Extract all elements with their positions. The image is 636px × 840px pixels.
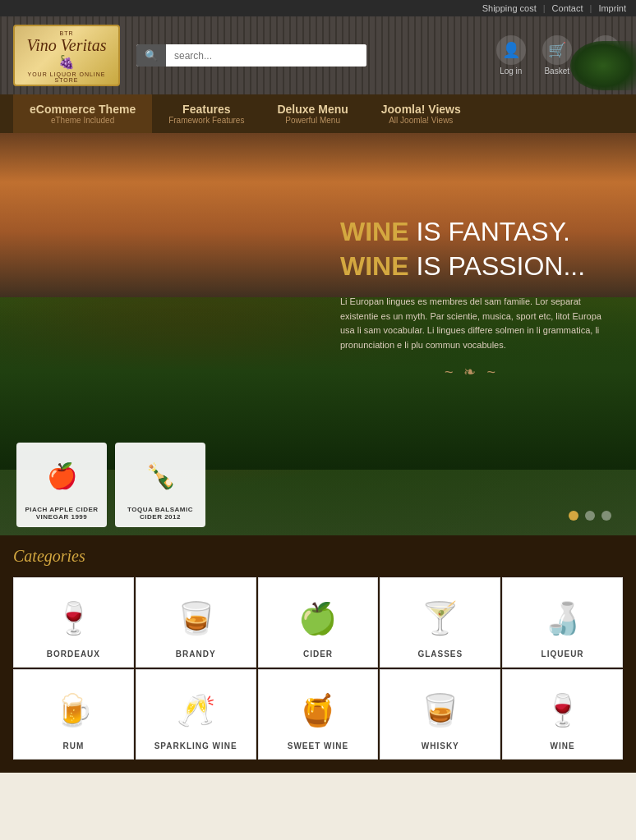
- nav-deluxe-sub: Powerful Menu: [285, 116, 340, 125]
- nav-features-label: Features: [182, 103, 230, 116]
- categories-row1: 🍷 BORDEAUX 🥃 BRANDY 🍏 CIDER 🍸 GLASSES 🍶 …: [13, 577, 623, 668]
- nav: eCommerce Theme eTheme Included Features…: [0, 94, 636, 133]
- top-bar: Shipping cost | Contact | Imprint: [0, 0, 636, 16]
- brandy-label: BRANDY: [176, 650, 216, 659]
- sweet-label: SWEET WINE: [288, 741, 348, 750]
- hero-product-2[interactable]: 🍾 TOQUA BALSAMIC CIDER 2012: [115, 443, 205, 527]
- category-sweet[interactable]: 🍯 SWEET WINE: [258, 669, 379, 760]
- bordeaux-image: 🍷: [54, 591, 93, 645]
- nav-ecommerce-sub: eTheme Included: [51, 116, 114, 125]
- product-2-image: 🍾: [122, 449, 199, 503]
- category-sparkling[interactable]: 🥂 SPARKLING WINE: [136, 669, 256, 760]
- hero-dots: [569, 511, 611, 521]
- glasses-image: 🍸: [421, 591, 459, 645]
- hero-word2: WINE: [340, 251, 409, 281]
- nav-deluxe[interactable]: Deluxe Menu Powerful Menu: [260, 94, 364, 133]
- glasses-label: GLASSES: [417, 650, 463, 659]
- hero-text-block: WINE IS FANTASY. WINE IS PASSION... Li E…: [340, 215, 603, 381]
- hero-headline-1: WINE IS FANTASY.: [340, 215, 603, 250]
- whisky-label: WHISKY: [422, 741, 459, 750]
- header-actions: 👤 Log in 🛒 Basket 💳 Checkout: [496, 35, 623, 76]
- product-2-name: TOQUA BALSAMIC CIDER 2012: [122, 506, 199, 521]
- product-1-name: PIACH APPLE CIDER VINEGAR 1999: [23, 506, 100, 521]
- category-cider[interactable]: 🍏 CIDER: [258, 577, 379, 668]
- hero-products: 🍎 PIACH APPLE CIDER VINEGAR 1999 🍾 TOQUA…: [16, 443, 205, 527]
- imprint-link[interactable]: Imprint: [598, 3, 626, 13]
- checkout-button[interactable]: 💳 Checkout: [588, 35, 623, 76]
- sep1: |: [543, 3, 546, 13]
- hero-dot-1[interactable]: [569, 511, 578, 521]
- login-icon: 👤: [496, 35, 526, 65]
- hero-body-text: Li Europan lingues es membres del sam fa…: [340, 295, 603, 352]
- hero-dot-3[interactable]: [601, 511, 611, 521]
- wine-image: 🍷: [543, 683, 582, 737]
- grape-icon: 🍇: [58, 54, 75, 70]
- category-whisky[interactable]: 🥃 WHISKY: [380, 669, 500, 760]
- categories-row2: 🍺 RUM 🥂 SPARKLING WINE 🍯 SWEET WINE 🥃 WH…: [13, 669, 623, 773]
- nav-features[interactable]: Features Framework Features: [152, 94, 260, 133]
- hero-word1: WINE: [340, 217, 409, 246]
- checkout-label: Checkout: [588, 67, 623, 76]
- whisky-image: 🥃: [421, 683, 459, 737]
- shipping-link[interactable]: Shipping cost: [482, 3, 537, 13]
- login-button[interactable]: 👤 Log in: [496, 35, 526, 76]
- categories-section: Categories 🍷 BORDEAUX 🥃 BRANDY 🍏 CIDER 🍸…: [0, 535, 636, 773]
- cider-label: CIDER: [303, 650, 333, 659]
- basket-icon: 🛒: [542, 35, 572, 65]
- nav-deluxe-label: Deluxe Menu: [277, 103, 348, 116]
- nav-features-sub: Framework Features: [168, 116, 244, 125]
- category-wine[interactable]: 🍷 WINE: [502, 669, 623, 760]
- login-label: Log in: [500, 67, 522, 76]
- bordeaux-label: BORDEAUX: [47, 650, 100, 659]
- category-brandy[interactable]: 🥃 BRANDY: [136, 577, 256, 668]
- basket-label: Basket: [544, 67, 569, 76]
- sparkling-image: 🥂: [177, 683, 215, 737]
- hero-product-1[interactable]: 🍎 PIACH APPLE CIDER VINEGAR 1999: [16, 443, 107, 527]
- nav-joomla-sub: All Joomla! Views: [389, 116, 453, 125]
- liqueur-label: LIQUEUR: [542, 650, 584, 659]
- header-wrapper: BTR Vino Veritas 🍇 YOUR LIQUOR ONLINE ST…: [0, 16, 636, 94]
- hero-headline-2: WINE IS PASSION...: [340, 250, 603, 284]
- search-box: 🔍: [136, 44, 366, 67]
- liqueur-image: 🍶: [543, 591, 582, 645]
- categories-title: Categories: [13, 547, 623, 566]
- contact-link[interactable]: Contact: [552, 3, 583, 13]
- nav-ecommerce[interactable]: eCommerce Theme eTheme Included: [13, 94, 152, 133]
- category-rum[interactable]: 🍺 RUM: [13, 669, 134, 760]
- header: BTR Vino Veritas 🍇 YOUR LIQUOR ONLINE ST…: [0, 16, 636, 94]
- hero-mid2: IS PASSION...: [409, 251, 586, 281]
- nav-ecommerce-label: eCommerce Theme: [30, 103, 136, 116]
- product-1-image: 🍎: [23, 449, 100, 503]
- category-bordeaux[interactable]: 🍷 BORDEAUX: [13, 577, 134, 668]
- nav-joomla[interactable]: Joomla! Views All Joomla! Views: [365, 94, 477, 133]
- logo-tagline: YOUR LIQUOR ONLINE STORE: [15, 71, 118, 83]
- rum-image: 🍺: [54, 683, 93, 737]
- nav-joomla-label: Joomla! Views: [381, 103, 461, 116]
- checkout-icon: 💳: [591, 35, 620, 65]
- brandy-image: 🥃: [177, 591, 215, 645]
- hero-section: WINE IS FANTASY. WINE IS PASSION... Li E…: [0, 133, 636, 535]
- category-glasses[interactable]: 🍸 GLASSES: [380, 577, 500, 668]
- basket-button[interactable]: 🛒 Basket: [542, 35, 572, 76]
- logo[interactable]: BTR Vino Veritas 🍇 YOUR LIQUOR ONLINE ST…: [13, 25, 120, 86]
- logo-small: BTR: [60, 30, 74, 36]
- search-button[interactable]: 🔍: [136, 44, 166, 67]
- hero-mid1: IS FANTASY.: [409, 217, 570, 246]
- search-area: 🔍: [136, 44, 480, 67]
- sparkling-label: SPARKLING WINE: [154, 741, 237, 750]
- search-input[interactable]: [166, 44, 366, 67]
- hero-dot-2[interactable]: [585, 511, 595, 521]
- cider-image: 🍏: [298, 591, 337, 645]
- category-liqueur[interactable]: 🍶 LIQUEUR: [502, 577, 623, 668]
- sweet-image: 🍯: [298, 683, 337, 737]
- sep2: |: [590, 3, 592, 13]
- hero-divider: ~ ❧ ~: [340, 363, 603, 381]
- logo-brand: Vino Veritas: [27, 36, 107, 54]
- wine-label: WINE: [551, 741, 575, 750]
- rum-label: RUM: [63, 741, 85, 750]
